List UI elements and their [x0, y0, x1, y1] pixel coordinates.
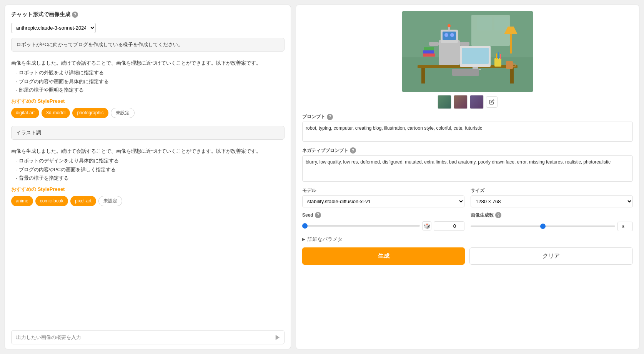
advanced-params-label: 詳細なパラメタ — [308, 236, 343, 243]
svg-point-19 — [448, 24, 451, 27]
panel-title: チャット形式で画像生成 ? — [11, 11, 285, 18]
prompt-section: プロンプト ? robot, typing, computer, creatin… — [302, 114, 633, 143]
model-select[interactable]: anthropic.claude-3-sonnet-20240229-v1:0 — [11, 23, 96, 33]
negative-prompt-textarea[interactable]: blurry, low quality, low res, deformed, … — [302, 155, 633, 182]
svg-rect-32 — [498, 52, 499, 59]
chat-input-area — [11, 330, 285, 344]
svg-rect-28 — [506, 61, 513, 69]
help-icon[interactable]: ? — [72, 12, 78, 18]
advanced-params[interactable]: ▶ 詳細なパラメタ — [302, 236, 633, 243]
prompt-label: プロンプト ? — [302, 114, 633, 120]
svg-rect-21 — [460, 42, 469, 46]
assistant-message-2: 画像を生成しました。続けて会話することで、画像を理想に近づけていくことができます… — [11, 144, 285, 209]
preset-digital-art[interactable]: digital-art — [11, 108, 39, 118]
thumbnail-3[interactable] — [470, 95, 484, 109]
svg-rect-27 — [424, 47, 434, 50]
svg-rect-13 — [439, 40, 460, 65]
prompt-textarea[interactable]: robot, typing, computer, creating blog, … — [302, 122, 633, 142]
left-panel: チャット形式で画像生成 ? anthropic.claude-3-sonnet-… — [5, 5, 291, 349]
svg-rect-23 — [510, 34, 512, 53]
seed-help-icon[interactable]: ? — [315, 212, 321, 218]
assistant-message-1: 画像を生成しました。続けて会話することで、画像を理想に近づけていくことができます… — [11, 56, 285, 121]
svg-marker-0 — [276, 335, 280, 340]
panel-title-text: チャット形式で画像生成 — [11, 11, 70, 18]
svg-rect-7 — [421, 68, 425, 83]
chevron-right-icon: ▶ — [302, 237, 305, 241]
model-select-right[interactable]: stability.stable-diffusion-xl-v1 — [302, 195, 464, 207]
main-image — [402, 11, 533, 92]
svg-point-16 — [444, 33, 448, 37]
svg-rect-20 — [429, 42, 439, 46]
style-preset-section-2: おすすめの StylePreset anime comic-book pixel… — [11, 185, 285, 206]
suggestions-1: - ロボットの外観をより詳細に指定する - ブログの内容や画面を具体的に指定する… — [16, 69, 285, 94]
svg-point-17 — [450, 33, 454, 37]
svg-rect-15 — [443, 32, 456, 40]
preset-photographic[interactable]: photographic — [72, 108, 108, 118]
right-panel: プロンプト ? robot, typing, computer, creatin… — [296, 5, 639, 349]
suggestions-2: - ロボットのデザインをより具体的に指定する - ブログの内容やPCの画面を詳し… — [16, 157, 285, 182]
style-preset-section-1: おすすめの StylePreset digital-art 3d-model p… — [11, 97, 285, 118]
thumbnail-row — [438, 95, 498, 109]
seed-label: Seed ? — [302, 212, 464, 218]
svg-rect-31 — [496, 53, 497, 59]
size-col: サイズ 1280 × 768 — [471, 187, 633, 207]
user-message-1: ロボットがPCに向かってブログを作成している様子を作成してください。 — [11, 38, 285, 52]
clear-button[interactable]: クリア — [469, 247, 633, 265]
negative-prompt-help-icon[interactable]: ? — [350, 147, 356, 154]
preset-comic-book[interactable]: comic-book — [35, 196, 68, 206]
size-select[interactable]: 1280 × 768 — [471, 195, 633, 207]
seed-slider[interactable] — [302, 225, 420, 227]
svg-rect-22 — [452, 69, 479, 76]
image-count-input[interactable] — [617, 222, 633, 231]
edit-icon-button[interactable] — [486, 96, 498, 108]
model-label: モデル — [302, 187, 464, 194]
size-label: サイズ — [471, 187, 633, 194]
prompt-help-icon[interactable]: ? — [327, 114, 333, 120]
svg-rect-5 — [494, 17, 509, 30]
preset-3d-model[interactable]: 3d-model — [42, 108, 70, 118]
section-divider: イラスト調 — [11, 126, 285, 140]
seed-count-row: Seed ? 🎲 画像生成数 ? — [302, 212, 633, 231]
action-buttons: 生成 クリア — [302, 247, 633, 265]
svg-rect-33 — [500, 54, 501, 59]
dice-icon[interactable]: 🎲 — [422, 221, 431, 230]
image-count-slider[interactable] — [471, 225, 615, 227]
svg-rect-30 — [494, 58, 501, 67]
preset-buttons-1: digital-art 3d-model photographic 未設定 — [11, 108, 285, 118]
preset-unset-2[interactable]: 未設定 — [98, 196, 122, 206]
preset-pixel-art[interactable]: pixel-art — [70, 196, 96, 206]
chat-messages: ロボットがPCに向かってブログを作成している様子を作成してください。 画像を生成… — [11, 38, 285, 343]
svg-rect-4 — [477, 17, 492, 30]
model-size-row: モデル stability.stable-diffusion-xl-v1 サイズ… — [302, 187, 633, 207]
preset-buttons-2: anime comic-book pixel-art 未設定 — [11, 196, 285, 206]
preset-unset-1[interactable]: 未設定 — [111, 108, 135, 118]
chat-input[interactable] — [12, 331, 271, 344]
negative-prompt-section: ネガティブプロンプト ? blurry, low quality, low re… — [302, 147, 633, 183]
image-count-help-icon[interactable]: ? — [495, 212, 501, 218]
preset-anime[interactable]: anime — [11, 196, 33, 206]
seed-input[interactable] — [434, 221, 464, 231]
generated-image-container — [302, 11, 633, 109]
image-count-label: 画像生成数 ? — [471, 212, 633, 219]
thumbnail-1[interactable] — [438, 95, 451, 109]
generate-button[interactable]: 生成 — [302, 247, 465, 265]
svg-rect-8 — [510, 68, 514, 83]
svg-rect-10 — [462, 48, 489, 64]
thumbnail-2[interactable] — [454, 95, 468, 109]
chat-send-button[interactable] — [271, 331, 284, 344]
svg-rect-26 — [423, 50, 434, 53]
svg-rect-25 — [423, 53, 435, 57]
negative-prompt-label: ネガティブプロンプト ? — [302, 147, 633, 154]
model-col: モデル stability.stable-diffusion-xl-v1 — [302, 187, 464, 207]
